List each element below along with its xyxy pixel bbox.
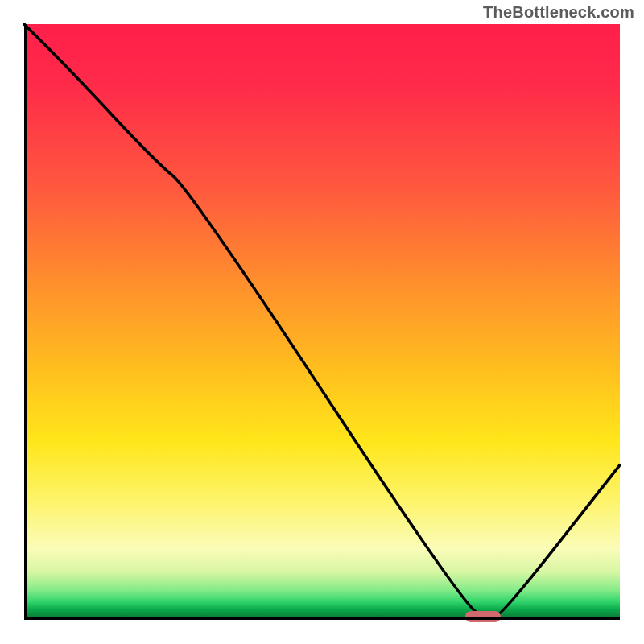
chart-canvas: TheBottleneck.com — [0, 0, 644, 644]
bottleneck-curve-path — [24, 24, 620, 617]
y-axis-line — [24, 24, 27, 620]
x-axis-line — [24, 617, 620, 620]
watermark-text: TheBottleneck.com — [483, 3, 634, 22]
plot-area — [24, 24, 620, 620]
curve-overlay — [24, 24, 620, 620]
